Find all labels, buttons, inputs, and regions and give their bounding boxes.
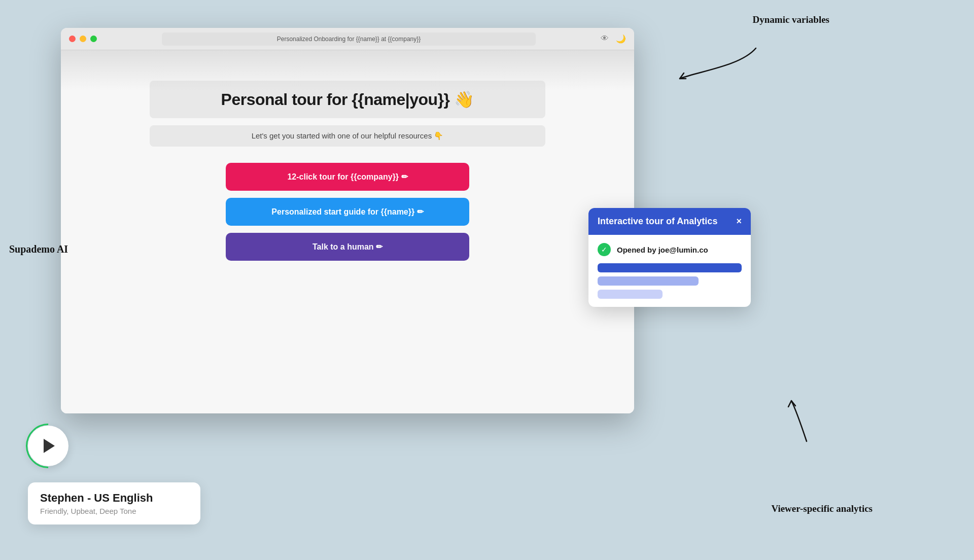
play-triangle-icon <box>44 439 55 453</box>
popup-header: Interactive tour of Analytics × <box>588 208 751 235</box>
popup-body: ✓ Opened by joe@lumin.co <box>588 235 751 307</box>
progress-bar-2 <box>598 276 699 286</box>
browser-window: Personalized Onboarding for {{name}} at … <box>61 28 634 413</box>
url-text: Personalized Onboarding for {{name}} at … <box>277 36 421 43</box>
browser-titlebar: Personalized Onboarding for {{name}} at … <box>61 28 634 50</box>
popup-title: Interactive tour of Analytics <box>598 216 717 227</box>
traffic-light-red[interactable] <box>69 36 76 42</box>
talk-human-button[interactable]: Talk to a human ✏ <box>226 233 469 261</box>
popup-progress-bars <box>598 263 742 299</box>
company-tour-label: 12-click tour for {{company}} ✏ <box>287 172 407 182</box>
annotation-supademo-ai: Supademo AI <box>9 243 68 255</box>
cta-buttons-container: 12-click tour for {{company}} ✏ Personal… <box>226 163 469 261</box>
progress-bar-3 <box>598 290 663 299</box>
popup-close-button[interactable]: × <box>736 216 742 227</box>
traffic-light-green[interactable] <box>90 36 97 42</box>
page-subtitle: Let's get you started with one of our he… <box>162 131 533 141</box>
traffic-light-yellow[interactable] <box>80 36 86 42</box>
voice-description: Friendly, Upbeat, Deep Tone <box>40 507 188 515</box>
moon-icon[interactable]: 🌙 <box>616 34 626 44</box>
check-circle-icon: ✓ <box>598 243 611 256</box>
blurred-top-overlay <box>61 50 634 91</box>
start-guide-label: Personalized start guide for {{name}} ✏ <box>271 207 423 217</box>
eye-icon[interactable]: 👁 <box>601 34 609 44</box>
subtitle-container: Let's get you started with one of our he… <box>150 125 545 147</box>
company-tour-button[interactable]: 12-click tour for {{company}} ✏ <box>226 163 469 191</box>
page-main-title: Personal tour for {{name|you}} 👋 <box>162 90 533 109</box>
popup-user-text: Opened by joe@lumin.co <box>617 246 708 254</box>
start-guide-button[interactable]: Personalized start guide for {{name}} ✏ <box>226 198 469 226</box>
popup-user-row: ✓ Opened by joe@lumin.co <box>598 243 742 256</box>
annotation-viewer-analytics: Viewer-specific analytics <box>771 503 873 514</box>
browser-icon-group: 👁 🌙 <box>601 34 626 44</box>
url-bar[interactable]: Personalized Onboarding for {{name}} at … <box>162 32 536 46</box>
annotation-dynamic-variables: Dynamic variables <box>753 14 829 25</box>
voice-name: Stephen - US English <box>40 492 188 505</box>
progress-bar-1 <box>598 263 742 272</box>
voice-tooltip: Stephen - US English Friendly, Upbeat, D… <box>28 482 200 524</box>
play-button-container <box>28 426 68 466</box>
analytics-popup: Interactive tour of Analytics × ✓ Opened… <box>588 208 751 307</box>
talk-human-label: Talk to a human ✏ <box>312 242 382 252</box>
play-button[interactable] <box>28 426 68 466</box>
browser-content: Personal tour for {{name|you}} 👋 Let's g… <box>61 50 634 413</box>
